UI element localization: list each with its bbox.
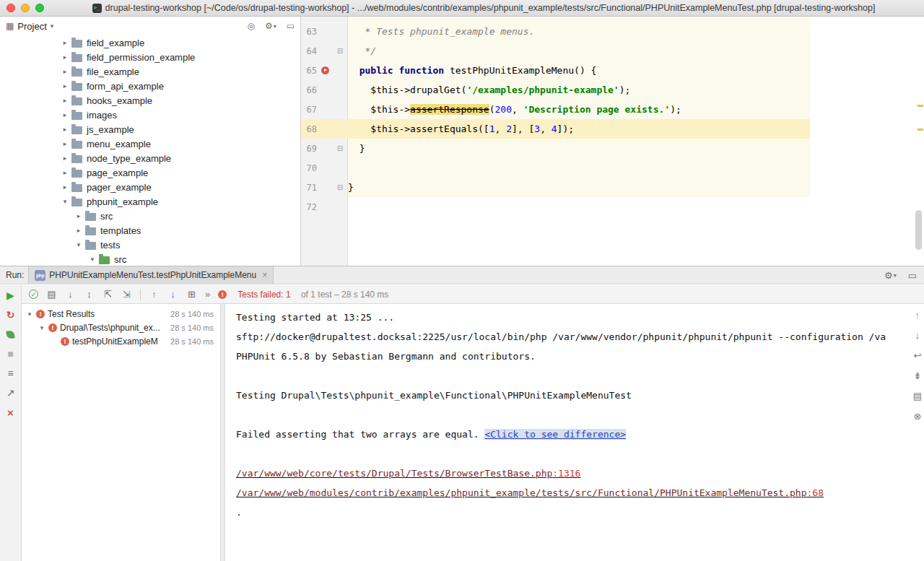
project-tree-item-images[interactable]: ▸images <box>0 108 300 122</box>
rerun-tests-button[interactable]: ▶ <box>5 290 17 301</box>
editor-gutter[interactable]: 67 <box>301 100 348 119</box>
test-console[interactable]: Testing started at 13:25 ...sftp://docke… <box>225 304 924 561</box>
expand-all-icon[interactable]: ⇱ <box>103 289 113 300</box>
hide-panel-icon[interactable]: ▭ <box>287 21 295 31</box>
chevron-right-icon[interactable]: ▸ <box>61 111 69 118</box>
project-tree-item-tests[interactable]: ▾tests <box>0 238 300 252</box>
editor-gutter[interactable]: 65 <box>301 61 348 80</box>
chevron-right-icon[interactable]: ▸ <box>61 126 69 133</box>
editor-line-69[interactable]: 69⊟ } <box>301 139 924 158</box>
editor-line-64[interactable]: 64⊟ */ <box>301 41 924 61</box>
more-actions-icon[interactable]: » <box>205 289 210 300</box>
test-history-icon[interactable]: ≡ <box>5 368 17 379</box>
chevron-right-icon[interactable]: ▸ <box>61 82 69 90</box>
project-tree-item-field_example[interactable]: ▸field_example <box>0 35 300 50</box>
chevron-right-icon[interactable]: ▸ <box>74 227 83 234</box>
editor-line-71[interactable]: 71⊟} <box>301 178 924 197</box>
failed-test-gutter-icon[interactable] <box>321 66 329 74</box>
editor-gutter[interactable]: 63 <box>301 22 348 41</box>
editor-gutter[interactable]: 68 <box>301 119 348 139</box>
up-stacktrace-icon[interactable]: ↑ <box>915 310 920 321</box>
chevron-down-icon[interactable]: ▾ <box>61 198 69 205</box>
stacktrace-link[interactable]: /var/www/web/modules/contrib/examples/ph… <box>236 487 824 498</box>
close-window-button[interactable] <box>6 4 15 12</box>
next-failed-test-icon[interactable]: ↓ <box>167 289 178 300</box>
editor-gutter[interactable]: 72 <box>301 197 348 217</box>
test-results-tree[interactable]: ▾!Test Results28 s 140 ms▾!Drupal\Tests\… <box>22 304 220 561</box>
editor-gutter[interactable]: 66 <box>301 80 348 100</box>
code-editor[interactable]: 63 * Tests phpunit_example menus.64⊟ */6… <box>301 17 924 266</box>
toggle-auto-test-button[interactable] <box>5 329 17 340</box>
editor-line-65[interactable]: 65 public function testPhpUnitExampleMen… <box>301 61 924 80</box>
warning-stripe-mark[interactable] <box>918 105 923 107</box>
close-run-panel-button[interactable]: × <box>5 406 17 418</box>
project-tree-item-page_example[interactable]: ▸page_example <box>0 165 300 180</box>
chevron-down-icon[interactable]: ▾ <box>38 324 45 331</box>
project-tree-item-js_example[interactable]: ▸js_example <box>0 122 300 136</box>
click-to-see-difference-link[interactable]: <Click to see difference> <box>484 429 626 440</box>
project-tree-item-file_example[interactable]: ▸file_example <box>0 64 300 79</box>
chevron-right-icon[interactable]: ▸ <box>74 212 83 219</box>
editor-line-70[interactable]: 70 <box>301 158 924 178</box>
chevron-right-icon[interactable]: ▸ <box>61 140 69 147</box>
chevron-down-icon[interactable]: ▾ <box>51 22 54 30</box>
sort-by-duration-icon[interactable]: ↓ <box>65 289 76 300</box>
show-console-icon[interactable]: ▤ <box>46 289 57 300</box>
editor-scrollbar-thumb[interactable] <box>915 210 922 250</box>
test-tree-item[interactable]: !testPhpUnitExampleM28 s 140 ms <box>22 334 220 348</box>
project-tree-item-pager_example[interactable]: ▸pager_example <box>0 180 300 194</box>
project-tree-item-src[interactable]: ▾src <box>0 252 300 266</box>
editor-line-66[interactable]: 66 $this->drupalGet('/examples/phpunit-e… <box>301 80 924 100</box>
chevron-right-icon[interactable]: ▸ <box>61 68 69 75</box>
project-tree-item-field_permission_example[interactable]: ▸field_permission_example <box>0 50 300 64</box>
editor-gutter[interactable]: 70 <box>301 158 348 178</box>
chevron-down-icon[interactable]: ▾ <box>88 256 97 263</box>
editor-line-68[interactable]: 68 $this->assertEquals([1, 2], [3, 4]); <box>301 119 924 139</box>
stacktrace-link[interactable]: /var/www/web/core/tests/Drupal/Tests/Bro… <box>236 468 580 479</box>
tree-console-splitter[interactable] <box>220 304 225 561</box>
project-tree-item-node_type_example[interactable]: ▸node_type_example <box>0 151 300 165</box>
minimize-window-button[interactable] <box>21 4 30 12</box>
project-tree[interactable]: ▸field_example▸field_permission_example▸… <box>0 35 300 266</box>
editor-line-72[interactable]: 72 <box>301 197 924 217</box>
fold-marker-icon[interactable]: ⊟ <box>334 47 346 55</box>
close-tab-icon[interactable]: × <box>262 270 267 280</box>
sort-alphabetically-icon[interactable]: ↕ <box>84 289 95 300</box>
test-tree-item[interactable]: ▾!Drupal\Tests\phpunit_ex...28 s 140 ms <box>22 321 220 334</box>
down-stacktrace-icon[interactable]: ↓ <box>915 330 920 341</box>
hide-run-panel-icon[interactable]: ▭ <box>908 270 917 281</box>
zoom-window-button[interactable] <box>35 4 44 12</box>
project-tree-item-src[interactable]: ▸src <box>0 209 300 223</box>
locate-file-icon[interactable]: ◎ <box>247 21 254 31</box>
editor-gutter[interactable]: 64⊟ <box>301 41 348 61</box>
chevron-right-icon[interactable]: ▸ <box>61 97 69 104</box>
project-settings-gear-icon[interactable]: ⚙▾ <box>265 21 276 31</box>
hide-passed-icon[interactable]: ✓ <box>29 290 38 299</box>
fold-marker-icon[interactable]: ⊟ <box>334 144 346 152</box>
editor-gutter[interactable]: 69⊟ <box>301 139 348 158</box>
editor-line-63[interactable]: 63 * Tests phpunit_example menus. <box>301 22 924 41</box>
rerun-failed-tests-button[interactable]: ↻ <box>5 309 17 321</box>
collapse-all-icon[interactable]: ⇲ <box>121 289 132 300</box>
editor-gutter[interactable]: 71⊟ <box>301 178 348 197</box>
test-tree-item[interactable]: ▾!Test Results28 s 140 ms <box>22 307 220 321</box>
project-tree-item-menu_example[interactable]: ▸menu_example <box>0 136 300 151</box>
print-console-icon[interactable]: ▤ <box>913 391 922 401</box>
chevron-right-icon[interactable]: ▸ <box>61 183 69 191</box>
clear-console-icon[interactable]: ⊗ <box>913 411 921 422</box>
project-tree-item-phpunit_example[interactable]: ▾phpunit_example <box>0 194 300 209</box>
fold-marker-icon[interactable]: ⊟ <box>334 183 346 191</box>
export-test-results-icon[interactable]: ⊞ <box>186 289 197 300</box>
project-panel-title[interactable]: Project <box>17 21 46 32</box>
warning-stripe-mark[interactable] <box>918 129 923 131</box>
chevron-down-icon[interactable]: ▾ <box>74 241 83 248</box>
chevron-right-icon[interactable]: ▸ <box>61 53 69 61</box>
previous-failed-test-icon[interactable]: ↑ <box>149 289 160 300</box>
open-in-new-window-icon[interactable]: ↗ <box>5 387 17 399</box>
run-settings-gear-icon[interactable]: ⚙▾ <box>884 270 897 281</box>
editor-line-67[interactable]: 67 $this->assertResponse(200, 'Descripti… <box>301 100 924 119</box>
project-tree-item-templates[interactable]: ▸templates <box>0 223 300 238</box>
project-tree-item-hooks_example[interactable]: ▸hooks_example <box>0 93 300 108</box>
chevron-right-icon[interactable]: ▸ <box>61 155 69 162</box>
run-tab[interactable]: php PHPUnitExampleMenuTest.testPhpUnitEx… <box>28 266 274 284</box>
